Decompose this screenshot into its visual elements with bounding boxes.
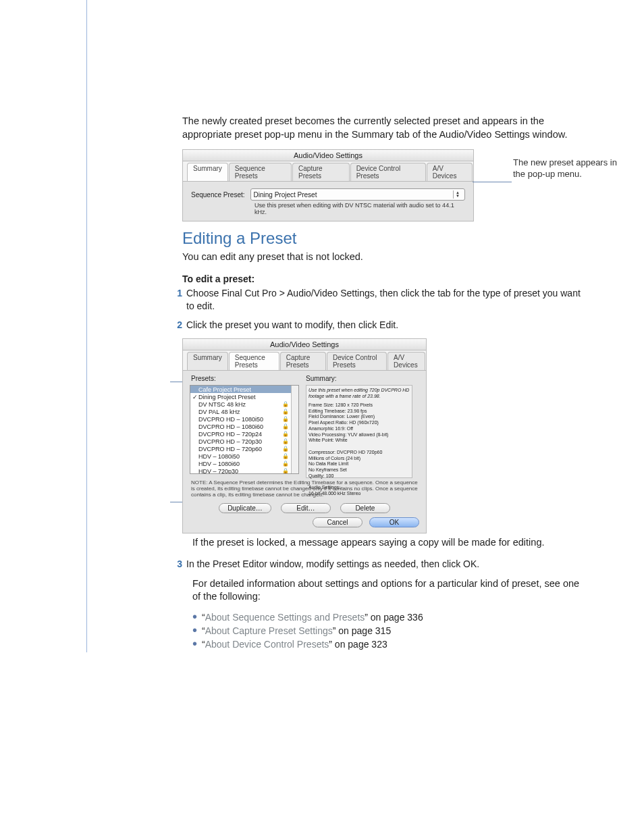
margin-rule: [86, 0, 87, 652]
listbox-scrollbar[interactable]: [291, 386, 298, 473]
preset-name: DVCPRO HD – 720p60: [198, 446, 262, 452]
preset-name: HDV – 720p30: [198, 468, 238, 475]
figure-1: Audio/Video Settings Summary Sequence Pr…: [182, 149, 590, 203]
col-summary-label: Summary:: [306, 375, 337, 382]
figure-2: Click the preset you want to edit. Then …: [182, 338, 590, 524]
preset-name: DVCPRO HD – 1080i50: [198, 416, 263, 423]
step-3: 3 In the Preset Editor window, modify se…: [88, 558, 590, 571]
preset-row[interactable]: DVCPRO HD – 1080i60🔒: [190, 423, 298, 430]
edit-intro: You can edit any preset that is not lock…: [88, 251, 590, 264]
delete-button[interactable]: Delete: [340, 503, 390, 513]
step-2: 2 Click the preset you want to modify, t…: [88, 319, 590, 332]
intro-text: The newly created preset becomes the cur…: [88, 115, 590, 141]
tab2-summary[interactable]: Summary: [187, 352, 228, 370]
step-3b-text: For detailed information about settings …: [88, 577, 590, 604]
preset-name: DVCPRO HD – 720p24: [198, 431, 262, 438]
tab-device-control-presets[interactable]: Device Control Presets: [350, 163, 426, 181]
sequence-preset-label: Sequence Preset:: [191, 191, 245, 199]
preset-row[interactable]: Cafe Project Preset: [190, 386, 298, 393]
checkmark-icon: ✓: [192, 394, 198, 400]
see-also-item: “About Sequence Settings and Presets” on…: [192, 612, 590, 623]
tab-capture-presets[interactable]: Capture Presets: [292, 163, 350, 181]
preset-name: Dining Project Preset: [198, 394, 256, 400]
see-also-item: “About Device Control Presets” on page 3…: [192, 639, 590, 650]
see-also-item: “About Capture Preset Settings” on page …: [192, 625, 590, 636]
tab2-device-control-presets[interactable]: Device Control Presets: [327, 352, 387, 370]
step-num-1: 1: [171, 287, 186, 313]
xref-link[interactable]: About Capture Preset Settings: [205, 625, 333, 636]
preset-row[interactable]: HDV – 1080i50🔒: [190, 452, 298, 460]
preset-row[interactable]: DV NTSC 48 kHz🔒: [190, 400, 298, 408]
see-also-list: “About Sequence Settings and Presets” on…: [88, 612, 590, 650]
heading-editing-preset: Editing a Preset: [88, 229, 590, 248]
xref-link[interactable]: About Sequence Settings and Presets: [205, 612, 365, 623]
preset-name: DVCPRO HD – 1080i60: [198, 423, 263, 430]
preset-row[interactable]: DVCPRO HD – 720p60🔒: [190, 445, 298, 452]
preset-row[interactable]: DV PAL 48 kHz🔒: [190, 408, 298, 415]
duplicate-button[interactable]: Duplicate…: [219, 503, 271, 513]
preset-summary-box: Use this preset when editing 720p DVCPRO…: [306, 385, 412, 478]
tab-row-2: Summary Sequence Presets Capture Presets…: [183, 350, 426, 371]
tab-av-devices[interactable]: A/V Devices: [427, 163, 473, 181]
preset-name: HDV – 1080i50: [198, 453, 240, 460]
preset-name: DV PAL 48 kHz: [198, 409, 240, 415]
preset-row[interactable]: HDV – 1080i60🔒: [190, 460, 298, 467]
preset-name: DVCPRO HD – 720p30: [198, 438, 262, 445]
task-heading: To edit a preset:: [88, 273, 590, 284]
step-1-text: Choose Final Cut Pro > Audio/Video Setti…: [186, 287, 590, 313]
popup-value: Dining Project Preset: [254, 191, 317, 199]
step-2b-text: If the preset is locked, a message appea…: [88, 536, 590, 550]
preset-row[interactable]: DVCPRO HD – 720p24🔒: [190, 430, 298, 438]
step-3-text: In the Preset Editor window, modify sett…: [186, 558, 590, 571]
sequence-preset-popup[interactable]: Dining Project Preset ▲▼: [250, 188, 466, 201]
preset-name: Cafe Project Preset: [198, 386, 251, 393]
step-1: 1 Choose Final Cut Pro > Audio/Video Set…: [88, 287, 590, 313]
step-num-2: 2: [171, 319, 186, 332]
tab2-sequence-presets[interactable]: Sequence Presets: [229, 352, 279, 370]
xref-link[interactable]: About Device Control Presets: [205, 639, 329, 650]
preset-row[interactable]: HDV – 720p30🔒: [190, 467, 298, 474]
window-title-2: Audio/Video Settings: [183, 339, 426, 350]
tab2-av-devices[interactable]: A/V Devices: [387, 352, 425, 370]
cancel-button[interactable]: Cancel: [313, 517, 363, 527]
preset-name: HDV – 1080i60: [198, 461, 240, 467]
tab-summary[interactable]: Summary: [187, 163, 228, 181]
ok-button[interactable]: OK: [369, 517, 419, 527]
preset-hint: Use this preset when editing with DV NTS…: [254, 202, 465, 215]
preset-row[interactable]: DVCPRO HD – 720p30🔒: [190, 438, 298, 445]
tab-sequence-presets[interactable]: Sequence Presets: [229, 163, 292, 181]
window-title: Audio/Video Settings: [183, 150, 473, 161]
preset-name: DV NTSC 48 kHz: [198, 401, 246, 408]
popup-arrows-icon: ▲▼: [453, 190, 462, 199]
leader-line-1: [473, 182, 512, 182]
col-presets-label: Presets:: [191, 375, 299, 382]
preset-listbox[interactable]: Cafe Project Preset✓Dining Project Prese…: [190, 385, 299, 474]
preset-row[interactable]: DVCPRO HD – 1080i50🔒: [190, 415, 298, 423]
step-2-text: Click the preset you want to modify, the…: [186, 319, 590, 332]
step-num-3: 3: [171, 558, 186, 571]
tab2-capture-presets[interactable]: Capture Presets: [280, 352, 326, 370]
edit-button[interactable]: Edit…: [281, 503, 331, 513]
tab-row: Summary Sequence Presets Capture Presets…: [183, 161, 473, 182]
callout-popup: The new preset appears in the pop-up men…: [513, 157, 628, 180]
avsettings-window-1: Audio/Video Settings Summary Sequence Pr…: [182, 149, 474, 221]
summary-header: Use this preset when editing 720p DVCPRO…: [308, 388, 410, 400]
avsettings-window-2: Audio/Video Settings Summary Sequence Pr…: [182, 338, 427, 533]
preset-row[interactable]: ✓Dining Project Preset: [190, 393, 298, 400]
